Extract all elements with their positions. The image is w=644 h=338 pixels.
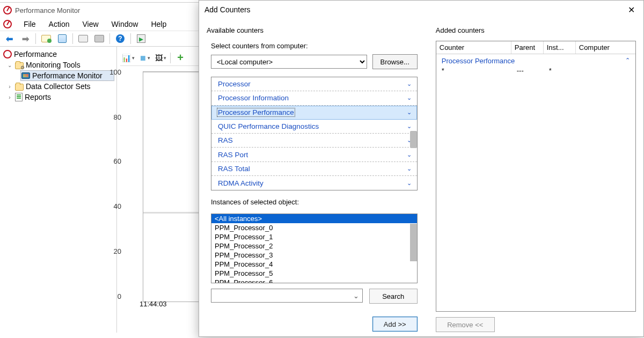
y-tick: 100 (109, 68, 121, 76)
y-tick: 80 (114, 113, 121, 121)
add-counter-icon[interactable]: + (174, 52, 187, 64)
y-tick: 40 (114, 202, 121, 210)
instance-search-combo[interactable]: ⌄ (211, 289, 363, 303)
instance-item[interactable]: PPM_Processor_6 (211, 278, 417, 283)
tree-data-collector[interactable]: › Data Collector Sets (5, 81, 114, 92)
added-table: Counter Parent Inst... Computer Processo… (436, 41, 636, 312)
y-tick: 60 (114, 157, 121, 165)
folder-icon (15, 62, 24, 69)
app-icon (3, 6, 12, 14)
folder-icon (15, 84, 24, 91)
browse-button[interactable]: Browse... (372, 54, 418, 69)
computer-select[interactable]: <Local computer> (211, 55, 367, 69)
added-label: Added counters (436, 26, 636, 34)
dialog-body: Available counters Select counters from … (199, 19, 643, 336)
toolbar-separator (170, 53, 171, 63)
monitor-icon (21, 72, 30, 79)
toolbar-separator (72, 33, 73, 44)
x-tick: 11:44:03 (140, 300, 167, 308)
col-inst[interactable]: Inst... (544, 41, 576, 54)
navigation-tree[interactable]: Performance ⌄ Monitoring Tools Performan… (0, 47, 117, 333)
toolbar-separator (35, 33, 36, 44)
counter-ras-port[interactable]: RAS Port⌄ (211, 148, 417, 161)
view-type-icon[interactable]: 📊 (122, 52, 135, 64)
app-icon-small (3, 20, 12, 28)
instance-item[interactable]: PPM_Processor_0 (211, 223, 417, 232)
instance-item[interactable]: PPM_Processor_2 (211, 241, 417, 251)
added-group-row[interactable]: Processor Performance ⌃ (436, 55, 635, 67)
dialog-close-icon[interactable]: ✕ (625, 4, 638, 16)
dialog-titlebar[interactable]: Add Counters ✕ (199, 1, 643, 19)
scrollbar-thumb[interactable] (410, 224, 417, 261)
col-parent[interactable]: Parent (511, 41, 544, 54)
export-icon[interactable] (77, 33, 89, 45)
available-label: Available counters (207, 26, 422, 34)
menu-window[interactable]: Window (106, 19, 144, 30)
chevron-down-icon: ⌄ (407, 80, 412, 87)
instance-item[interactable]: PPM_Processor_5 (211, 269, 417, 278)
col-counter[interactable]: Counter (436, 41, 511, 54)
data-source-icon[interactable]: ⏹ (138, 52, 151, 64)
back-icon[interactable]: ⬅ (3, 33, 15, 45)
chevron-up-icon: ⌃ (625, 57, 630, 65)
select-from-label: Select counters from computer: (211, 42, 422, 50)
counters-list[interactable]: Processor⌄ Processor Information⌄ Proces… (211, 77, 418, 190)
counter-processor-performance[interactable]: Processor Performance⌄ (211, 106, 417, 120)
properties-icon[interactable] (56, 33, 68, 45)
remove-button[interactable]: Remove << (436, 317, 495, 332)
added-table-header: Counter Parent Inst... Computer (436, 41, 635, 54)
scrollbar-thumb[interactable] (410, 131, 417, 148)
forward-icon[interactable]: ➡ (19, 33, 31, 45)
add-counters-dialog: Add Counters ✕ Available counters Select… (199, 0, 644, 337)
menu-file[interactable]: File (18, 19, 41, 30)
tree-root[interactable]: Performance (2, 49, 114, 60)
y-tick: 0 (118, 292, 121, 300)
performance-icon (3, 50, 12, 58)
chevron-down-icon: ⌄ (407, 123, 412, 130)
expander-icon[interactable]: ⌄ (6, 62, 13, 68)
added-value-row[interactable]: * --- * (436, 67, 635, 75)
added-counters-column: Added counters Counter Parent Inst... Co… (436, 22, 636, 332)
chevron-down-icon: ⌄ (407, 94, 412, 101)
menu-action[interactable]: Action (43, 19, 75, 30)
report-icon (15, 93, 23, 101)
toolbar-separator (109, 33, 110, 44)
available-counters-column: Available counters Select counters from … (207, 22, 422, 332)
instances-list[interactable]: <All instances> PPM_Processor_0 PPM_Proc… (211, 214, 418, 283)
instances-label: Instances of selected object: (211, 198, 422, 206)
tree-monitoring-tools[interactable]: ⌄ Monitoring Tools (5, 60, 114, 70)
menu-help[interactable]: Help (145, 19, 172, 30)
tree-performance-monitor[interactable]: Performance Monitor (20, 70, 114, 81)
counter-quic[interactable]: QUIC Performance Diagnostics⌄ (211, 120, 417, 134)
instance-all[interactable]: <All instances> (211, 214, 417, 223)
counter-rdma[interactable]: RDMA Activity⌄ (211, 176, 417, 190)
expander-icon[interactable]: › (6, 94, 13, 100)
dialog-title: Add Counters (204, 5, 251, 14)
counter-ras[interactable]: RAS⌄ (211, 134, 417, 148)
chevron-down-icon: ⌄ (407, 151, 412, 158)
run-icon[interactable]: ▸ (135, 33, 147, 45)
expander-icon[interactable]: › (6, 83, 13, 90)
y-tick: 20 (114, 247, 121, 255)
chevron-down-icon: ⌄ (407, 165, 412, 172)
instance-item[interactable]: PPM_Processor_3 (211, 251, 417, 260)
app-title: Performance Monitor (15, 6, 80, 14)
col-computer[interactable]: Computer (576, 41, 635, 54)
counter-processor-information[interactable]: Processor Information⌄ (211, 91, 417, 105)
chevron-down-icon: ⌄ (407, 109, 412, 116)
instance-item[interactable]: PPM_Processor_1 (211, 232, 417, 241)
counter-ras-total[interactable]: RAS Total⌄ (211, 162, 417, 176)
menu-view[interactable]: View (77, 19, 104, 30)
added-body: Processor Performance ⌃ * --- * (436, 54, 635, 311)
counter-processor[interactable]: Processor⌄ (211, 77, 417, 91)
instance-item[interactable]: PPM_Processor_4 (211, 260, 417, 269)
add-button[interactable]: Add >> (372, 317, 418, 332)
search-button[interactable]: Search (369, 289, 418, 304)
add-snapin-icon[interactable] (40, 33, 52, 45)
chart-props-icon[interactable]: 🖼 (154, 52, 167, 64)
tree-reports[interactable]: › Reports (5, 92, 114, 102)
print-icon[interactable] (93, 33, 105, 45)
help-icon[interactable]: ? (114, 33, 126, 45)
chevron-down-icon: ⌄ (407, 180, 412, 187)
toolbar-separator (130, 33, 131, 44)
